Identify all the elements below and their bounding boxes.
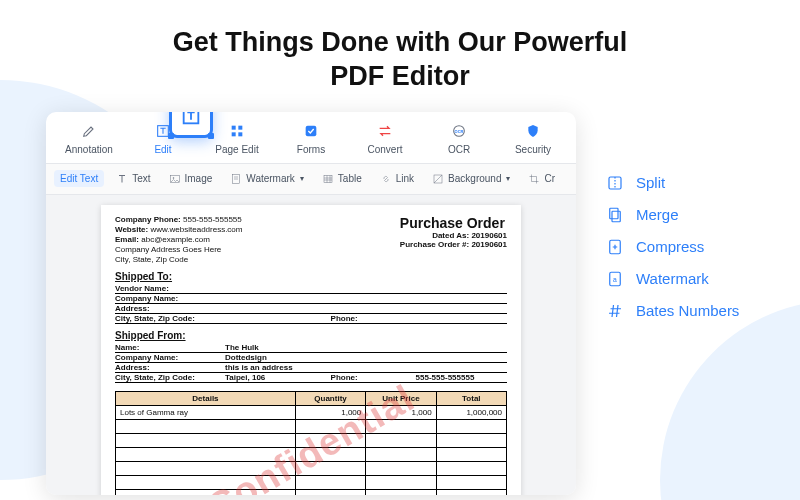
tab-ocr[interactable]: OCR OCR [422, 120, 496, 157]
tool-table[interactable]: Table [316, 170, 368, 188]
convert-icon [377, 122, 393, 140]
tool-image[interactable]: Image [163, 170, 219, 188]
svg-rect-5 [238, 132, 242, 136]
ocr-icon: OCR [451, 122, 467, 140]
svg-rect-16 [612, 211, 620, 222]
image-icon [169, 173, 181, 185]
tab-forms[interactable]: Forms [274, 120, 348, 157]
watermark-icon [230, 173, 242, 185]
tool-crop[interactable]: Cr [522, 170, 561, 188]
headline-line2: PDF Editor [330, 61, 470, 91]
table-row [116, 433, 507, 447]
line-items-table: Details Quantity Unit Price Total Lots o… [115, 391, 507, 495]
hash-icon [606, 302, 624, 320]
svg-rect-6 [306, 125, 317, 136]
shipped-to-heading: Shipped To: [115, 271, 507, 282]
chevron-down-icon: ▾ [300, 174, 304, 183]
edit-tab-highlight [169, 112, 213, 138]
edit-sub-toolbar: Edit Text Text Image Watermark ▾ Table [46, 164, 576, 195]
shield-icon [525, 122, 541, 140]
tab-label: OCR [448, 144, 470, 155]
watermark-icon: a [606, 270, 624, 288]
table-row [116, 475, 507, 489]
tab-security[interactable]: Security [496, 120, 570, 157]
svg-text:a: a [613, 276, 617, 283]
table-row [116, 489, 507, 495]
grid-icon [229, 122, 245, 140]
svg-rect-2 [232, 125, 236, 129]
table-row: Lots of Gamma ray 1,000 1,000 1,000,000 [116, 405, 507, 419]
document-viewport[interactable]: Company Phone: 555-555-555555 Website: w… [46, 195, 576, 495]
tab-label: Security [515, 144, 551, 155]
pencil-icon [81, 122, 97, 140]
feature-split[interactable]: Split [606, 174, 739, 192]
table-row [116, 461, 507, 475]
tool-watermark[interactable]: Watermark ▾ [224, 170, 310, 188]
headline-line1: Get Things Done with Our Powerful [173, 27, 628, 57]
text-icon [116, 173, 128, 185]
link-icon [380, 173, 392, 185]
svg-rect-4 [232, 132, 236, 136]
tab-label: Annotation [65, 144, 113, 155]
tab-annotation[interactable]: Annotation [52, 120, 126, 157]
editor-window: Annotation Edit Page Edit Forms Convert … [46, 112, 576, 495]
svg-rect-12 [324, 175, 332, 182]
tool-link[interactable]: Link [374, 170, 420, 188]
tool-background[interactable]: Background ▾ [426, 170, 516, 188]
text-edit-icon [180, 112, 202, 127]
table-row [116, 419, 507, 433]
tool-edit-text[interactable]: Edit Text [54, 170, 104, 187]
po-header-right: Purchase Order Dated As: 20190601 Purcha… [400, 215, 507, 265]
main-toolbar: Annotation Edit Page Edit Forms Convert … [46, 112, 576, 164]
svg-point-10 [172, 177, 174, 179]
chevron-down-icon: ▾ [506, 174, 510, 183]
po-title: Purchase Order [400, 215, 507, 231]
page-title: Get Things Done with Our Powerful PDF Ed… [0, 0, 800, 112]
table-icon [322, 173, 334, 185]
svg-text:OCR: OCR [455, 129, 464, 134]
shipped-from-heading: Shipped From: [115, 330, 507, 341]
merge-icon [606, 206, 624, 224]
svg-rect-15 [610, 208, 618, 219]
feature-bates[interactable]: Bates Numbers [606, 302, 739, 320]
feature-compress[interactable]: Compress [606, 238, 739, 256]
tool-text[interactable]: Text [110, 170, 156, 188]
background-icon [432, 173, 444, 185]
tab-label: Forms [297, 144, 325, 155]
feature-list: Split Merge Compress a Watermark Bates N… [606, 174, 739, 320]
feature-merge[interactable]: Merge [606, 206, 739, 224]
svg-rect-3 [238, 125, 242, 129]
split-icon [606, 174, 624, 192]
crop-icon [528, 173, 540, 185]
tab-label: Convert [367, 144, 402, 155]
checkbox-icon [303, 122, 319, 140]
company-info: Company Phone: 555-555-555555 Website: w… [115, 215, 242, 265]
feature-watermark[interactable]: a Watermark [606, 270, 739, 288]
pdf-page: Company Phone: 555-555-555555 Website: w… [101, 205, 521, 495]
tab-convert[interactable]: Convert [348, 120, 422, 157]
tab-label: Edit [154, 144, 171, 155]
tab-label: Page Edit [215, 144, 258, 155]
compress-icon [606, 238, 624, 256]
table-row [116, 447, 507, 461]
